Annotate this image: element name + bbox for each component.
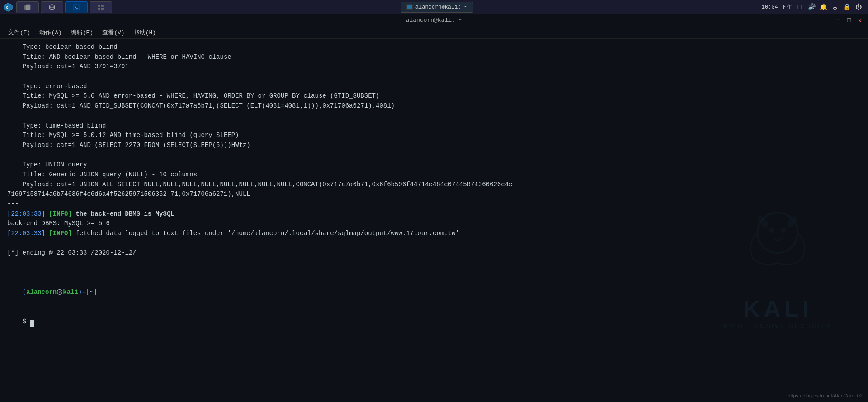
terminal-dbms: back-end DBMS: MySQL >= 5.6 (7, 219, 861, 229)
svg-rect-10 (101, 5, 104, 7)
terminal-prompt: (alancorn㉿kali)-[~] (7, 278, 861, 307)
prompt-close-paren: ) (78, 288, 82, 296)
menubar: 文件(F) 动作(A) 编辑(E) 查看(V) 帮助(H) (0, 26, 868, 39)
svg-marker-0 (4, 3, 12, 11)
terminal-taskbar-btn[interactable] (65, 1, 88, 13)
time-display: 10:04 下午 (762, 3, 792, 11)
terminal-line-11: Payload: cat=1 AND (SELECT 2270 FROM (SE… (7, 141, 861, 151)
close-button[interactable]: ✕ (855, 16, 864, 25)
terminal-line-3: Payload: cat=1 AND 3791=3791 (7, 62, 861, 72)
svg-rect-12 (101, 8, 104, 10)
svg-point-14 (835, 9, 836, 10)
terminal-info-2: [22:03:33] [INFO] fetched data logged to… (7, 229, 861, 239)
terminal-line-9: Type: time-based blind (7, 121, 861, 131)
terminal-blank-4 (7, 239, 861, 249)
power-icon[interactable]: ⏻ (854, 3, 863, 11)
svg-rect-11 (98, 8, 100, 10)
screen-icon[interactable]: □ (796, 3, 804, 11)
terminal-line-15b: 71697158714a6b74636f4e6d6a4f526259715063… (7, 189, 861, 199)
prompt-open-paren: ( (23, 288, 26, 296)
terminal-ending: [*] ending @ 22:03:33 /2020-12-12/ (7, 248, 861, 258)
csdn-url: https://blog.csdn.net/AlanCorn_02 (788, 393, 863, 398)
terminal-info-1: [22:03:33] [INFO] the back-end DBMS is M… (7, 209, 861, 219)
terminal-line-13: Type: UNION query (7, 160, 861, 170)
maximize-button[interactable]: □ (844, 16, 854, 25)
terminal-content: KALI BY OFFENSIVE SECURITY Type: boolean… (0, 39, 868, 402)
prompt-dollar: $ (23, 318, 30, 325)
csdn-watermark: https://blog.csdn.net/AlanCorn_02 (788, 393, 863, 398)
terminal-line-7: Payload: cat=1 AND GTID_SUBSET(CONCAT(0x… (7, 101, 861, 111)
window-title: alancorn@kali: ~ (406, 17, 462, 24)
terminal-line-15a: Payload: cat=1 UNION ALL SELECT NULL,NUL… (7, 180, 861, 190)
notification-icon[interactable]: 🔔 (819, 3, 827, 11)
taskbar-right: 10:04 下午 □ 🔊 🔔 🔒 ⏻ (762, 3, 868, 11)
terminal-line-1: Type: boolean-based blind (7, 43, 861, 52)
terminal-line-14: Title: Generic UNION query (NULL) - 10 c… (7, 170, 861, 180)
lock-icon[interactable]: 🔒 (843, 3, 851, 11)
terminal-blank-3 (7, 151, 861, 161)
files-taskbar-btn[interactable] (16, 1, 39, 13)
prompt-dash: - (82, 288, 85, 296)
terminal-separator: --- (7, 199, 861, 209)
terminal-blank-5 (7, 258, 861, 268)
cursor (30, 320, 34, 327)
kali-logo-icon[interactable]: K (2, 1, 14, 14)
menu-view[interactable]: 查看(V) (98, 27, 129, 38)
terminal-tab-label: alancorn@kali: ~ (415, 4, 467, 10)
svg-text:K: K (6, 5, 9, 10)
menu-file[interactable]: 文件(F) (4, 27, 35, 38)
menu-action[interactable]: 动作(A) (35, 27, 66, 38)
terminal-blank-2 (7, 111, 861, 121)
svg-rect-13 (407, 5, 412, 9)
menu-edit[interactable]: 编辑(E) (66, 27, 98, 38)
terminal-line-10: Title: MySQL >= 5.0.12 AND time-based bl… (7, 131, 861, 141)
terminal-line-5: Type: error-based (7, 82, 861, 92)
taskbar: K (0, 0, 868, 14)
network-icon[interactable] (831, 3, 839, 11)
terminal-blank-1 (7, 72, 861, 82)
window-titlebar: alancorn@kali: ~ − □ ✕ (0, 14, 868, 26)
minimize-button[interactable]: − (834, 16, 843, 25)
prompt-dir-bracket-close: ] (93, 288, 97, 296)
terminal-dollar-line: $ (7, 307, 861, 337)
prompt-host: kali (63, 288, 78, 296)
volume-icon[interactable]: 🔊 (807, 3, 816, 11)
terminal-blank-6 (7, 268, 861, 278)
menu-help[interactable]: 帮助(H) (129, 27, 160, 38)
extra-taskbar-btn[interactable] (90, 1, 112, 13)
prompt-at: ㉿ (57, 288, 63, 296)
prompt-user: alancorn (26, 288, 57, 296)
prompt-dir-bracket-open: [ (86, 288, 90, 296)
terminal-tab[interactable]: alancorn@kali: ~ (401, 2, 473, 13)
terminal-tab-icon (406, 4, 413, 10)
terminal-line-6: Title: MySQL >= 5.6 AND error-based - WH… (7, 91, 861, 101)
terminal-line-2: Title: AND boolean-based blind - WHERE o… (7, 52, 861, 62)
svg-rect-9 (98, 5, 100, 7)
browser-taskbar-btn[interactable] (41, 1, 63, 13)
window-controls[interactable]: − □ ✕ (834, 14, 864, 26)
svg-rect-3 (26, 5, 30, 10)
